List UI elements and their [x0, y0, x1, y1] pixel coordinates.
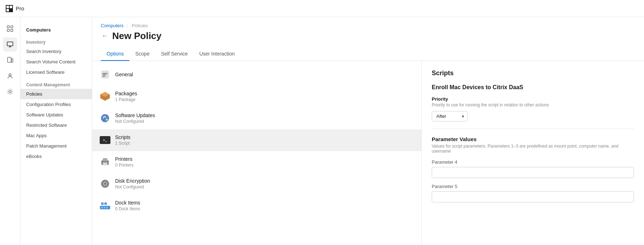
param5-input[interactable] — [432, 191, 634, 202]
disk-encryption-title: Disk Encryption — [115, 178, 150, 184]
rail-icon-computer[interactable] — [3, 37, 17, 52]
list-item-software-updates[interactable]: Software Updates Not Configured — [92, 107, 421, 129]
dock-items-text: Dock Items 0 Dock Items — [115, 200, 140, 211]
svg-point-24 — [104, 183, 106, 184]
dock-items-sub: 0 Dock Items — [115, 206, 140, 211]
left-panel: General Packages 1 — [92, 61, 422, 245]
svg-rect-27 — [104, 202, 107, 205]
param4-label: Parameter 4 — [432, 159, 634, 165]
printers-text: Printers 0 Printers — [115, 156, 133, 168]
param4-input[interactable] — [432, 167, 634, 178]
breadcrumb: Computers : Policies — [101, 23, 635, 28]
general-text: General — [115, 72, 133, 77]
svg-rect-7 — [7, 42, 13, 46]
printers-icon — [99, 156, 111, 168]
svg-rect-0 — [6, 6, 9, 8]
rail-icon-users[interactable] — [3, 69, 17, 83]
sidebar-item-search-volume[interactable]: Search Volume Content — [20, 57, 92, 67]
breadcrumb-separator: : — [126, 23, 128, 28]
svg-rect-26 — [101, 202, 104, 205]
page-title-row: ← New Policy — [101, 30, 635, 42]
scripts-icon: >_ — [99, 134, 111, 146]
section-divider — [432, 129, 634, 129]
priority-select-wrapper: Before After ▾ — [432, 111, 468, 121]
packages-title: Packages — [115, 91, 137, 96]
disk-encryption-icon — [99, 178, 111, 189]
sidebar-section-title: Computers — [20, 23, 92, 35]
list-item-disk-encryption[interactable]: Disk Encryption Not Configured — [92, 173, 421, 195]
disk-encryption-text: Disk Encryption Not Configured — [115, 178, 150, 189]
sidebar-item-policies[interactable]: Policies — [20, 89, 92, 99]
scripts-panel-heading: Scripts — [432, 69, 634, 77]
printers-title: Printers — [115, 156, 133, 162]
tab-user-interaction[interactable]: User Interaction — [194, 47, 241, 61]
list-item-printers[interactable]: Printers 0 Printers — [92, 151, 421, 173]
software-updates-icon — [99, 112, 111, 124]
general-icon — [99, 69, 111, 80]
svg-rect-3 — [7, 26, 9, 28]
content-area: General Packages 1 — [92, 61, 644, 245]
breadcrumb-current: Policies — [132, 23, 148, 28]
sidebar: Computers Inventory Search Inventory Sea… — [20, 17, 92, 245]
app-bar: Pro — [0, 0, 644, 17]
svg-rect-4 — [11, 26, 13, 28]
list-item-general[interactable]: General — [92, 64, 421, 86]
svg-rect-5 — [7, 29, 9, 32]
svg-rect-14 — [103, 75, 106, 75]
sidebar-item-mac-apps[interactable]: Mac Apps — [20, 130, 92, 141]
svg-rect-6 — [11, 29, 13, 32]
sidebar-content-management-category: Content Management — [20, 77, 92, 89]
sidebar-item-licensed-software[interactable]: Licensed Software — [20, 67, 92, 77]
tab-scope[interactable]: Scope — [129, 47, 155, 61]
param-values-heading: Parameter Values — [432, 136, 634, 142]
page-header: Computers : Policies ← New Policy Option… — [92, 17, 644, 61]
svg-point-10 — [9, 74, 11, 76]
right-panel: Scripts Enroll Mac Devices to Citrix Daa… — [422, 61, 644, 245]
sidebar-item-configuration-profiles[interactable]: Configuration Profiles — [20, 99, 92, 110]
svg-rect-28 — [101, 207, 103, 208]
param-values-desc: Values for script parameters. Parameters… — [432, 144, 634, 154]
svg-rect-15 — [103, 76, 105, 77]
sidebar-item-ebooks[interactable]: eBooks — [20, 151, 92, 162]
scripts-title: Scripts — [115, 134, 131, 140]
svg-rect-2 — [6, 9, 9, 11]
dock-items-icon — [99, 200, 111, 211]
tab-self-service[interactable]: Self Service — [155, 47, 194, 61]
svg-point-21 — [107, 162, 108, 163]
list-item-packages[interactable]: Packages 1 Package — [92, 86, 421, 107]
svg-rect-19 — [103, 158, 107, 161]
list-item-dock-items[interactable]: Dock Items 0 Dock Items — [92, 195, 421, 217]
back-button[interactable]: ← — [101, 32, 109, 40]
rail-icon-devices[interactable] — [3, 53, 17, 67]
priority-select[interactable]: Before After — [432, 111, 468, 121]
tabs: Options Scope Self Service User Interact… — [101, 47, 635, 61]
sidebar-item-software-updates[interactable]: Software Updates — [20, 110, 92, 120]
breadcrumb-parent[interactable]: Computers — [101, 23, 124, 28]
packages-text: Packages 1 Package — [115, 91, 137, 102]
tab-options[interactable]: Options — [101, 47, 129, 61]
packages-sub: 1 Package — [115, 97, 137, 102]
sidebar-item-patch-management[interactable]: Patch Management — [20, 141, 92, 151]
icon-rail — [0, 17, 20, 245]
rail-icon-grid[interactable] — [3, 21, 17, 36]
scripts-text: Scripts 1 Script — [115, 134, 131, 146]
svg-rect-1 — [10, 6, 12, 8]
list-item-scripts[interactable]: >_ Scripts 1 Script — [92, 129, 421, 151]
sidebar-item-search-inventory[interactable]: Search Inventory — [20, 46, 92, 57]
priority-desc: Priority to use for running the script i… — [432, 102, 634, 107]
svg-rect-29 — [104, 207, 105, 208]
page-title: New Policy — [112, 30, 161, 42]
script-name: Enroll Mac Devices to Citrix DaaS — [432, 84, 634, 91]
rail-icon-settings[interactable] — [3, 85, 17, 99]
svg-rect-13 — [103, 73, 108, 74]
software-updates-sub: Not Configured — [115, 119, 155, 124]
sidebar-item-restricted-software[interactable]: Restricted Software — [20, 120, 92, 130]
svg-point-11 — [9, 91, 11, 93]
packages-icon — [99, 91, 111, 102]
disk-encryption-sub: Not Configured — [115, 184, 150, 189]
svg-rect-20 — [103, 163, 107, 165]
main-content: Computers : Policies ← New Policy Option… — [92, 17, 644, 245]
sidebar-inventory-category: Inventory — [20, 35, 92, 46]
software-updates-text: Software Updates Not Configured — [115, 112, 155, 124]
svg-rect-8 — [8, 57, 11, 62]
